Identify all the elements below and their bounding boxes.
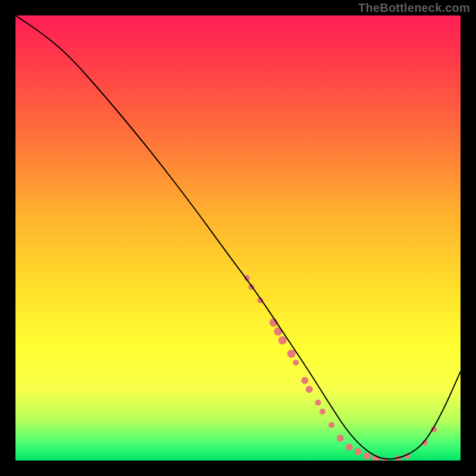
chart-area: [15, 15, 461, 461]
watermark-text: TheBottleneck.com: [358, 1, 470, 15]
gradient-background: [15, 15, 461, 461]
